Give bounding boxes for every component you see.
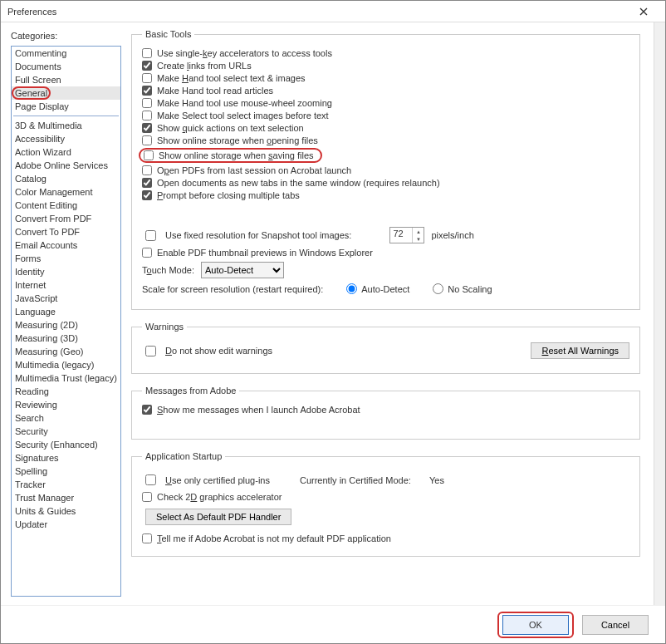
snapshot-res-checkbox[interactable] bbox=[145, 230, 156, 241]
category-item[interactable]: Documents bbox=[12, 60, 120, 73]
category-item[interactable]: Trust Manager bbox=[12, 491, 120, 504]
category-item[interactable]: Page Display bbox=[12, 100, 120, 113]
tell-default-checkbox[interactable] bbox=[142, 533, 152, 543]
quick-actions-checkbox[interactable] bbox=[142, 123, 152, 133]
category-item[interactable]: Full Screen bbox=[12, 73, 120, 86]
storage-open-label[interactable]: Show online storage when opening files bbox=[157, 135, 318, 145]
no-edit-warn-label[interactable]: Do not show edit warnings bbox=[165, 346, 272, 356]
category-item[interactable]: Convert To PDF bbox=[12, 225, 120, 238]
links-urls-label[interactable]: Create links from URLs bbox=[157, 61, 252, 71]
category-item[interactable]: Multimedia Trust (legacy) bbox=[12, 371, 120, 385]
touch-mode-select[interactable]: Auto-Detect bbox=[201, 262, 284, 278]
scale-auto-radio[interactable] bbox=[346, 283, 357, 294]
hand-wheel-checkbox[interactable] bbox=[142, 98, 152, 108]
single-key-checkbox[interactable] bbox=[142, 48, 152, 58]
tell-default-label[interactable]: Tell me if Adobe Acrobat is not my defau… bbox=[157, 533, 391, 543]
basic-tools-legend: Basic Tools bbox=[142, 29, 194, 39]
category-item[interactable]: Adobe Online Services bbox=[12, 159, 120, 172]
storage-save-checkbox[interactable] bbox=[144, 150, 154, 160]
adobe-messages-legend: Messages from Adobe bbox=[142, 386, 239, 396]
single-key-label[interactable]: Use single-key accelerators to access to… bbox=[157, 48, 332, 58]
cert-mode-label: Currently in Certified Mode: bbox=[300, 475, 411, 485]
storage-open-checkbox[interactable] bbox=[142, 135, 152, 145]
category-list[interactable]: CommentingDocumentsFull ScreenGeneralPag… bbox=[11, 46, 121, 597]
select-img-label[interactable]: Make Select tool select images before te… bbox=[157, 111, 329, 120]
category-item[interactable]: Accessibility bbox=[12, 132, 120, 145]
titlebar: Preferences bbox=[1, 1, 665, 22]
hand-read-checkbox[interactable] bbox=[142, 86, 152, 96]
category-item[interactable]: Language bbox=[12, 305, 120, 318]
open-last-checkbox[interactable] bbox=[142, 165, 152, 175]
category-item[interactable]: Color Management bbox=[12, 185, 120, 199]
prompt-close-checkbox[interactable] bbox=[142, 190, 152, 200]
vertical-scrollbar[interactable] bbox=[654, 22, 665, 605]
default-pdf-handler-button[interactable]: Select As Default PDF Handler bbox=[145, 509, 291, 525]
prompt-close-label[interactable]: Prompt before closing multiple tabs bbox=[157, 190, 300, 200]
content-panel: Basic Tools Use single-key accelerators … bbox=[121, 22, 654, 605]
snapshot-res-value: 72 bbox=[393, 229, 403, 238]
open-last-label[interactable]: Open PDFs from last session on Acrobat l… bbox=[157, 165, 351, 175]
category-item[interactable]: Internet bbox=[12, 278, 120, 292]
snapshot-res-unit: pixels/inch bbox=[431, 230, 473, 240]
category-item[interactable]: Security (Enhanced) bbox=[12, 438, 120, 451]
thumbs-label[interactable]: Enable PDF thumbnail previews in Windows… bbox=[157, 248, 373, 258]
category-item[interactable]: Security bbox=[12, 425, 120, 438]
close-button[interactable] bbox=[629, 2, 659, 22]
thumbs-checkbox[interactable] bbox=[142, 248, 152, 258]
scale-none-label[interactable]: No Scaling bbox=[448, 284, 492, 294]
storage-save-label[interactable]: Show online storage when saving files bbox=[159, 150, 314, 160]
category-item[interactable]: Measuring (3D) bbox=[12, 332, 120, 345]
certified-plugins-label[interactable]: Use only certified plug-ins bbox=[165, 475, 270, 485]
category-item[interactable]: Units & Guides bbox=[12, 504, 120, 518]
category-item[interactable]: Forms bbox=[12, 252, 120, 265]
scale-none-radio[interactable] bbox=[433, 283, 443, 294]
cert-mode-value: Yes bbox=[429, 475, 444, 485]
startup-group: Application Startup Use only certified p… bbox=[131, 451, 640, 557]
links-urls-checkbox[interactable] bbox=[142, 61, 152, 71]
snapshot-res-label[interactable]: Use fixed resolution for Snapshot tool i… bbox=[165, 230, 351, 240]
category-item[interactable]: Content Editing bbox=[12, 199, 120, 212]
reset-warnings-button[interactable]: Reset All Warnings bbox=[531, 342, 629, 359]
cancel-button[interactable]: Cancel bbox=[582, 615, 649, 635]
gfx-accel-checkbox[interactable] bbox=[142, 492, 152, 502]
ok-button[interactable]: OK bbox=[502, 615, 569, 635]
category-item[interactable]: Tracker bbox=[12, 478, 120, 491]
gfx-accel-label[interactable]: Check 2D graphics accelerator bbox=[157, 492, 282, 502]
category-item[interactable]: Identity bbox=[12, 265, 120, 278]
category-item[interactable]: Spelling bbox=[12, 465, 120, 478]
certified-plugins-checkbox[interactable] bbox=[145, 474, 156, 485]
spinner-icon[interactable]: ▲▼ bbox=[412, 228, 424, 243]
category-separator bbox=[13, 116, 119, 116]
category-item[interactable]: Commenting bbox=[12, 47, 120, 60]
show-messages-checkbox[interactable] bbox=[142, 405, 152, 415]
category-item[interactable]: Measuring (Geo) bbox=[12, 345, 120, 358]
select-img-checkbox[interactable] bbox=[142, 111, 152, 120]
show-messages-label[interactable]: Show me messages when I launch Adobe Acr… bbox=[157, 405, 360, 415]
category-item[interactable]: Reading bbox=[12, 385, 120, 398]
tabs-same-label[interactable]: Open documents as new tabs in the same w… bbox=[157, 178, 440, 188]
hand-select-label[interactable]: Make Hand tool select text & images bbox=[157, 73, 306, 83]
no-edit-warn-checkbox[interactable] bbox=[145, 346, 156, 356]
category-item[interactable]: Multimedia (legacy) bbox=[12, 358, 120, 371]
hand-select-checkbox[interactable] bbox=[142, 73, 152, 83]
category-item[interactable]: Measuring (2D) bbox=[12, 318, 120, 332]
category-item[interactable]: Signatures bbox=[12, 451, 120, 465]
category-item[interactable]: Convert From PDF bbox=[12, 212, 120, 225]
snapshot-res-input[interactable]: 72 ▲▼ bbox=[389, 227, 424, 243]
scale-auto-label[interactable]: Auto-Detect bbox=[361, 284, 409, 294]
category-item[interactable]: 3D & Multimedia bbox=[12, 119, 120, 132]
category-item[interactable]: Action Wizard bbox=[12, 145, 120, 159]
hand-read-label[interactable]: Make Hand tool read articles bbox=[157, 86, 273, 96]
category-item[interactable]: Updater bbox=[12, 518, 120, 531]
category-item[interactable]: Reviewing bbox=[12, 398, 120, 411]
category-item[interactable]: Search bbox=[12, 411, 120, 425]
category-item[interactable]: JavaScript bbox=[12, 292, 120, 305]
category-item[interactable]: Catalog bbox=[12, 172, 120, 185]
hand-wheel-label[interactable]: Make Hand tool use mouse-wheel zooming bbox=[157, 98, 332, 108]
category-item[interactable]: Email Accounts bbox=[12, 238, 120, 252]
category-item[interactable]: General bbox=[12, 86, 120, 100]
storage-save-highlight: Show online storage when saving files bbox=[139, 148, 322, 163]
tabs-same-checkbox[interactable] bbox=[142, 178, 152, 188]
basic-tools-group: Basic Tools Use single-key accelerators … bbox=[131, 29, 640, 310]
quick-actions-label[interactable]: Show quick actions on text selection bbox=[157, 123, 304, 133]
